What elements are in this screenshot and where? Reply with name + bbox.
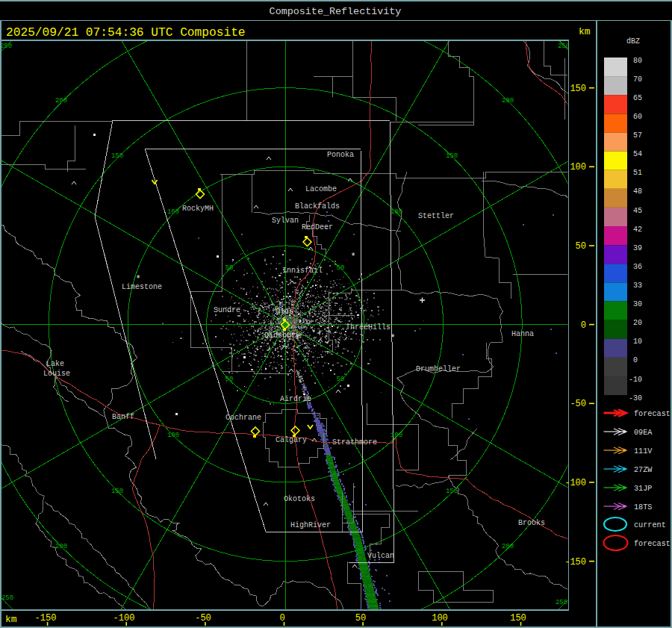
svg-text:10: 10 xyxy=(633,338,642,346)
svg-text:forecast: forecast xyxy=(634,410,671,418)
svg-text:*: * xyxy=(390,333,395,343)
svg-text:50: 50 xyxy=(225,376,234,383)
svg-text:100: 100 xyxy=(432,613,448,624)
svg-text:150: 150 xyxy=(446,152,458,160)
svg-text:Didsbury: Didsbury xyxy=(264,332,300,340)
svg-text:km: km xyxy=(579,26,591,37)
svg-text:27ZW: 27ZW xyxy=(634,466,653,474)
svg-text:0: 0 xyxy=(633,356,638,364)
svg-text:0: 0 xyxy=(581,320,586,331)
svg-text:Vulcan: Vulcan xyxy=(367,552,394,560)
svg-text:Composite_Reflectivity: Composite_Reflectivity xyxy=(270,6,402,17)
svg-text:-50: -50 xyxy=(195,613,211,624)
svg-text:150: 150 xyxy=(446,488,458,495)
svg-text:Sundre: Sundre xyxy=(214,306,240,314)
svg-text:200: 200 xyxy=(502,97,514,105)
svg-text:Okotoks: Okotoks xyxy=(284,495,315,503)
svg-text:Hanna: Hanna xyxy=(511,330,534,338)
svg-text:dBZ: dBZ xyxy=(626,37,640,46)
svg-text:ThreeHills: ThreeHills xyxy=(346,323,391,332)
svg-text:250: 250 xyxy=(1,594,13,602)
svg-text:70: 70 xyxy=(633,75,642,84)
svg-text:50: 50 xyxy=(576,241,586,252)
svg-text:57: 57 xyxy=(633,131,642,140)
svg-text:Blackfalds: Blackfalds xyxy=(295,202,340,211)
svg-text:65: 65 xyxy=(633,94,642,102)
svg-text:54: 54 xyxy=(633,150,642,158)
svg-text:forecast: forecast xyxy=(634,540,671,548)
svg-text:250: 250 xyxy=(0,43,12,50)
svg-text:Innisfail: Innisfail xyxy=(282,267,323,275)
svg-text:100: 100 xyxy=(167,432,179,439)
svg-text:80: 80 xyxy=(633,57,642,65)
svg-text:Ponoka: Ponoka xyxy=(327,151,354,159)
svg-text:50: 50 xyxy=(355,613,366,624)
svg-text:Stettler: Stettler xyxy=(418,212,454,220)
svg-text:-150: -150 xyxy=(564,557,586,568)
svg-text:20: 20 xyxy=(633,319,642,327)
svg-text:Calgary: Calgary xyxy=(276,436,307,444)
svg-text:-100: -100 xyxy=(113,613,135,624)
svg-text:*: * xyxy=(350,252,355,262)
svg-text:150: 150 xyxy=(111,488,123,495)
svg-text:30: 30 xyxy=(633,300,642,308)
svg-text:Sylvan: Sylvan xyxy=(272,217,299,225)
svg-text:60: 60 xyxy=(633,113,642,121)
svg-text:33: 33 xyxy=(633,282,642,290)
svg-text:Banff: Banff xyxy=(112,413,134,421)
svg-text:18TS: 18TS xyxy=(634,503,652,512)
svg-text:36: 36 xyxy=(633,263,642,271)
svg-text:HighRiver: HighRiver xyxy=(290,521,331,529)
svg-text:48: 48 xyxy=(633,187,642,196)
svg-text:RockyMH: RockyMH xyxy=(182,205,214,213)
svg-text:Cochrane: Cochrane xyxy=(225,414,261,422)
svg-text:Strathmore: Strathmore xyxy=(332,438,377,447)
svg-text:Lake: Lake xyxy=(46,360,64,368)
svg-text:150: 150 xyxy=(510,613,526,624)
svg-text:100: 100 xyxy=(167,208,179,216)
svg-text:Airdrie: Airdrie xyxy=(280,395,311,403)
svg-text:100: 100 xyxy=(570,162,586,172)
svg-text:Lacombe: Lacombe xyxy=(305,185,337,193)
svg-text:Olds: Olds xyxy=(276,308,293,316)
svg-text:31JP: 31JP xyxy=(634,485,652,493)
svg-text:-150: -150 xyxy=(35,613,57,624)
svg-text:RedDeer: RedDeer xyxy=(302,223,333,231)
svg-text:-10: -10 xyxy=(629,376,642,384)
svg-text:45: 45 xyxy=(633,207,642,215)
svg-text:150: 150 xyxy=(570,84,586,94)
svg-text:42: 42 xyxy=(633,226,642,234)
svg-text:200: 200 xyxy=(55,97,67,105)
svg-text:current: current xyxy=(634,521,666,529)
svg-text:09EA: 09EA xyxy=(634,429,653,437)
svg-text:Louise: Louise xyxy=(43,370,70,378)
svg-text:200: 200 xyxy=(55,543,67,550)
svg-text:0: 0 xyxy=(279,613,284,624)
svg-text:50: 50 xyxy=(225,264,234,272)
svg-text:-30: -30 xyxy=(629,394,642,402)
svg-text:150: 150 xyxy=(111,152,123,160)
svg-text:111V: 111V xyxy=(634,447,653,456)
svg-text:100: 100 xyxy=(391,432,402,439)
svg-text:50: 50 xyxy=(337,376,345,383)
svg-text:250: 250 xyxy=(556,599,567,606)
svg-text:km: km xyxy=(5,614,17,625)
svg-text:100: 100 xyxy=(391,208,402,216)
svg-text:-50: -50 xyxy=(570,399,586,409)
svg-text:51: 51 xyxy=(633,169,642,177)
svg-text:Drumheller: Drumheller xyxy=(416,365,461,373)
svg-text:200: 200 xyxy=(502,543,514,550)
svg-text:Limestone: Limestone xyxy=(122,283,162,291)
svg-text:39: 39 xyxy=(633,244,642,252)
svg-text:-100: -100 xyxy=(564,478,586,488)
svg-text:50: 50 xyxy=(337,264,345,272)
svg-text:2025/09/21 07:54:36 UTC Compos: 2025/09/21 07:54:36 UTC Composite xyxy=(6,26,246,40)
svg-text:Brooks: Brooks xyxy=(518,519,545,527)
